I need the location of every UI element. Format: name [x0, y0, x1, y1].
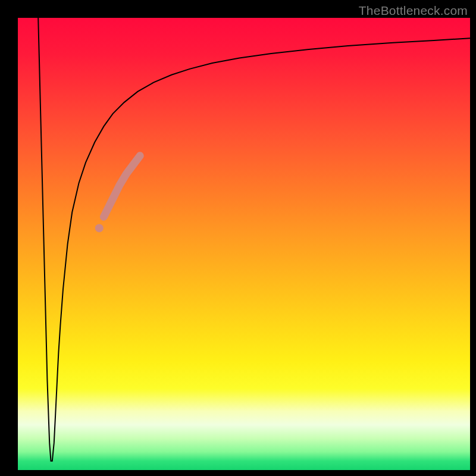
chart-frame: TheBottleneck.com: [0, 0, 476, 476]
plot-area: [18, 18, 470, 470]
watermark-text: TheBottleneck.com: [359, 4, 468, 18]
bottleneck-curve: [38, 18, 470, 461]
curve-svg: [18, 18, 470, 470]
highlight-segment: [104, 156, 140, 217]
highlight-dot: [95, 224, 104, 232]
